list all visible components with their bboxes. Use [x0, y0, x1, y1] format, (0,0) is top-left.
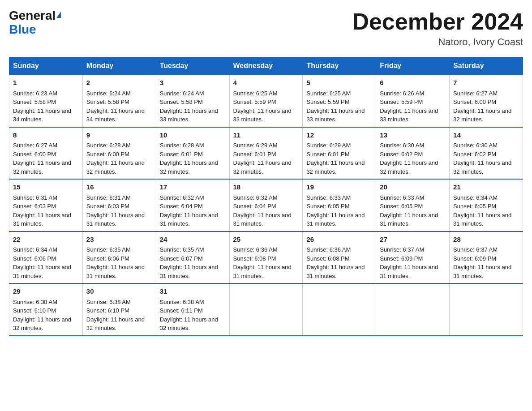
day-number: 27	[380, 235, 446, 245]
sunrise-text: Sunrise: 6:28 AM	[86, 142, 131, 149]
day-number: 2	[86, 78, 152, 88]
daylight-text: Daylight: 11 hours and 32 minutes.	[306, 159, 365, 175]
sunrise-text: Sunrise: 6:27 AM	[453, 90, 498, 97]
day-number: 23	[86, 235, 152, 245]
sunset-text: Sunset: 6:00 PM	[86, 151, 129, 158]
sunrise-text: Sunrise: 6:25 AM	[233, 90, 278, 97]
sunset-text: Sunset: 6:04 PM	[160, 203, 203, 210]
col-thursday: Thursday	[303, 57, 376, 75]
sunset-text: Sunset: 6:01 PM	[233, 151, 276, 158]
day-number: 21	[453, 182, 519, 193]
sunrise-text: Sunrise: 6:38 AM	[13, 299, 57, 305]
daylight-text: Daylight: 11 hours and 31 minutes.	[86, 212, 145, 227]
daylight-text: Daylight: 11 hours and 32 minutes.	[453, 159, 511, 175]
calendar-cell: 10Sunrise: 6:28 AMSunset: 6:01 PMDayligh…	[156, 127, 229, 180]
sunset-text: Sunset: 6:09 PM	[380, 255, 423, 262]
day-number: 26	[306, 235, 372, 245]
logo-blue: Blue	[9, 22, 36, 36]
sunset-text: Sunset: 6:06 PM	[86, 255, 129, 262]
daylight-text: Daylight: 11 hours and 31 minutes.	[86, 264, 145, 279]
calendar-table: Sunday Monday Tuesday Wednesday Thursday…	[9, 57, 523, 336]
sunrise-text: Sunrise: 6:36 AM	[306, 246, 351, 253]
daylight-text: Daylight: 11 hours and 31 minutes.	[13, 264, 71, 279]
sunrise-text: Sunrise: 6:35 AM	[86, 246, 131, 253]
sunrise-text: Sunrise: 6:37 AM	[380, 246, 424, 253]
day-number: 12	[306, 130, 372, 141]
day-number: 8	[13, 130, 79, 141]
sunrise-text: Sunrise: 6:38 AM	[86, 299, 131, 305]
day-number: 24	[160, 235, 226, 245]
day-number: 10	[160, 130, 226, 141]
sunrise-text: Sunrise: 6:29 AM	[306, 142, 351, 149]
daylight-text: Daylight: 11 hours and 32 minutes.	[380, 159, 438, 175]
sunset-text: Sunset: 5:59 PM	[306, 98, 349, 105]
sunset-text: Sunset: 6:01 PM	[306, 151, 349, 158]
calendar-cell: 25Sunrise: 6:36 AMSunset: 6:08 PMDayligh…	[229, 231, 303, 284]
sunset-text: Sunset: 5:59 PM	[380, 98, 423, 105]
day-number: 15	[13, 182, 79, 193]
col-friday: Friday	[376, 57, 450, 75]
daylight-text: Daylight: 11 hours and 31 minutes.	[160, 212, 218, 227]
calendar-cell: 17Sunrise: 6:32 AMSunset: 6:04 PMDayligh…	[156, 179, 229, 231]
sunrise-text: Sunrise: 6:34 AM	[13, 246, 57, 253]
daylight-text: Daylight: 11 hours and 33 minutes.	[306, 107, 365, 123]
calendar-cell	[303, 283, 376, 336]
sunrise-text: Sunrise: 6:33 AM	[380, 194, 424, 201]
daylight-text: Daylight: 11 hours and 31 minutes.	[160, 264, 218, 279]
sunset-text: Sunset: 6:00 PM	[453, 98, 496, 105]
calendar-cell: 1Sunrise: 6:23 AMSunset: 5:58 PMDaylight…	[9, 75, 83, 127]
calendar-week-row: 8Sunrise: 6:27 AMSunset: 6:00 PMDaylight…	[9, 127, 523, 180]
sunrise-text: Sunrise: 6:29 AM	[233, 142, 278, 149]
sunset-text: Sunset: 6:07 PM	[160, 255, 203, 262]
sunset-text: Sunset: 6:03 PM	[13, 203, 56, 210]
sunrise-text: Sunrise: 6:25 AM	[306, 90, 351, 97]
daylight-text: Daylight: 11 hours and 32 minutes.	[13, 159, 71, 175]
sunrise-text: Sunrise: 6:33 AM	[306, 194, 351, 201]
daylight-text: Daylight: 11 hours and 32 minutes.	[13, 316, 71, 332]
calendar-cell: 27Sunrise: 6:37 AMSunset: 6:09 PMDayligh…	[376, 231, 450, 284]
sunrise-text: Sunrise: 6:37 AM	[453, 246, 498, 253]
day-number: 30	[86, 287, 152, 297]
day-number: 13	[380, 130, 446, 141]
sunrise-text: Sunrise: 6:38 AM	[160, 299, 204, 305]
calendar-cell: 3Sunrise: 6:24 AMSunset: 5:58 PMDaylight…	[156, 75, 229, 127]
day-number: 3	[160, 78, 226, 88]
sunset-text: Sunset: 5:59 PM	[233, 98, 276, 105]
calendar-cell: 9Sunrise: 6:28 AMSunset: 6:00 PMDaylight…	[82, 127, 156, 180]
logo-text: General Blue	[9, 9, 61, 37]
daylight-text: Daylight: 11 hours and 31 minutes.	[380, 264, 438, 279]
col-monday: Monday	[82, 57, 156, 75]
col-wednesday: Wednesday	[229, 57, 303, 75]
day-number: 7	[453, 78, 519, 88]
calendar-cell	[450, 283, 523, 336]
sunset-text: Sunset: 6:05 PM	[306, 203, 349, 210]
sunset-text: Sunset: 6:05 PM	[380, 203, 423, 210]
daylight-text: Daylight: 11 hours and 32 minutes.	[86, 316, 145, 332]
calendar-cell: 7Sunrise: 6:27 AMSunset: 6:00 PMDaylight…	[450, 75, 523, 127]
calendar-cell: 18Sunrise: 6:32 AMSunset: 6:04 PMDayligh…	[229, 179, 303, 231]
calendar-cell: 24Sunrise: 6:35 AMSunset: 6:07 PMDayligh…	[156, 231, 229, 284]
logo-triangle-icon	[56, 12, 61, 18]
sunset-text: Sunset: 6:10 PM	[86, 307, 129, 314]
calendar-cell: 16Sunrise: 6:31 AMSunset: 6:03 PMDayligh…	[82, 179, 156, 231]
title-block: December 2024 Natoro, Ivory Coast	[352, 9, 523, 48]
sunrise-text: Sunrise: 6:35 AM	[160, 246, 204, 253]
calendar-cell: 8Sunrise: 6:27 AMSunset: 6:00 PMDaylight…	[9, 127, 83, 180]
day-number: 20	[380, 182, 446, 193]
col-sunday: Sunday	[9, 57, 83, 75]
calendar-cell: 4Sunrise: 6:25 AMSunset: 5:59 PMDaylight…	[229, 75, 303, 127]
sunset-text: Sunset: 6:08 PM	[306, 255, 349, 262]
sunrise-text: Sunrise: 6:34 AM	[453, 194, 498, 201]
sunrise-text: Sunrise: 6:24 AM	[160, 90, 204, 97]
daylight-text: Daylight: 11 hours and 32 minutes.	[160, 316, 218, 332]
sunset-text: Sunset: 6:02 PM	[453, 151, 496, 158]
calendar-cell: 26Sunrise: 6:36 AMSunset: 6:08 PMDayligh…	[303, 231, 376, 284]
calendar-cell: 22Sunrise: 6:34 AMSunset: 6:06 PMDayligh…	[9, 231, 83, 284]
day-number: 25	[233, 235, 299, 245]
calendar-cell: 15Sunrise: 6:31 AMSunset: 6:03 PMDayligh…	[9, 179, 83, 231]
daylight-text: Daylight: 11 hours and 34 minutes.	[13, 107, 71, 123]
sunset-text: Sunset: 6:05 PM	[453, 203, 496, 210]
daylight-text: Daylight: 11 hours and 34 minutes.	[86, 107, 145, 123]
calendar-cell: 19Sunrise: 6:33 AMSunset: 6:05 PMDayligh…	[303, 179, 376, 231]
sunrise-text: Sunrise: 6:36 AM	[233, 246, 278, 253]
